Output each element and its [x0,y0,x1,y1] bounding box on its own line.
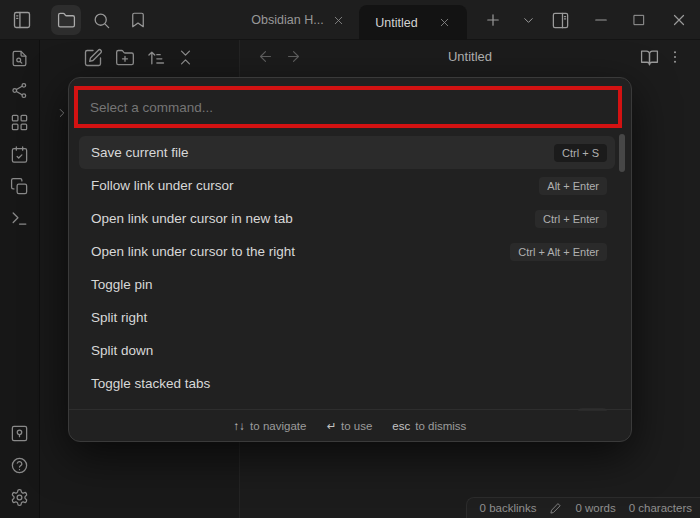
new-tab-icon[interactable] [484,11,502,29]
command-palette: Save current file Ctrl + S Follow link u… [68,77,632,442]
command-label: Toggle stacked tabs [91,376,210,391]
chevron-down-icon[interactable] [521,13,536,28]
command-item[interactable]: Toggle stacked tabs [69,367,631,400]
quick-switcher-icon[interactable] [10,49,29,68]
command-item[interactable]: Split down [69,334,631,367]
palette-hints: ↑↓ to navigate ↵ to use esc to dismiss [69,409,631,441]
files-tab-button[interactable] [51,5,81,35]
command-label: Split down [91,343,153,358]
word-count[interactable]: 0 words [575,502,615,514]
command-shortcut: Ctrl + Enter [535,210,607,228]
editor-header: Untitled [240,40,700,72]
maximize-button[interactable] [631,12,647,28]
canvas-icon[interactable] [10,113,29,132]
collapse-all-icon[interactable] [176,48,195,67]
daily-note-icon[interactable] [10,145,29,164]
sort-order-icon[interactable] [146,48,166,68]
command-shortcut: Ctrl + S [554,144,607,162]
command-label: Save current file [91,145,189,160]
tab-obsidian-help[interactable]: Obsidian H... [237,0,359,40]
titlebar: Obsidian H... Untitled [0,0,700,40]
vault-switcher-icon[interactable] [10,424,29,443]
tab-close-icon[interactable] [332,14,345,27]
toggle-left-sidebar-icon[interactable] [12,10,32,30]
minimize-button[interactable] [592,11,610,29]
command-label: Open link under cursor to the right [91,244,295,259]
note-title: Untitled [240,49,700,64]
toggle-right-sidebar-icon[interactable] [551,11,570,30]
command-item[interactable]: Toggle pin [69,268,631,301]
graph-view-icon[interactable] [10,81,29,100]
hint-dismiss: esc to dismiss [392,420,466,432]
command-label: Toggle pin [91,277,153,292]
command-shortcut: Ctrl + Alt + Enter [510,243,607,261]
help-icon[interactable] [10,456,29,475]
tab-label: Untitled [375,16,417,30]
new-note-icon[interactable] [83,48,103,68]
terminal-icon[interactable] [10,209,29,228]
edit-mode-pencil-icon[interactable] [549,502,562,515]
obsidian-window: Obsidian H... Untitled [0,0,700,518]
command-label: Split right [91,310,147,325]
hint-use: ↵ to use [326,419,372,433]
settings-gear-icon[interactable] [10,488,29,507]
command-label: Open link under cursor in new tab [91,211,293,226]
command-item[interactable]: Open link under cursor in new tab Ctrl +… [69,202,631,235]
more-options-icon[interactable] [667,49,683,65]
new-folder-icon[interactable] [115,48,135,68]
hint-navigate: ↑↓ to navigate [234,420,307,432]
command-item[interactable]: Open link under cursor to the right Ctrl… [69,235,631,268]
command-item[interactable]: Follow link under cursor Alt + Enter [69,169,631,202]
character-count[interactable]: 0 characters [629,502,692,514]
command-item[interactable]: Split right [69,301,631,334]
ribbon [0,40,40,518]
backlinks-count[interactable]: 0 backlinks [480,502,537,514]
command-list: Save current file Ctrl + S Follow link u… [69,136,631,411]
tab-untitled-active[interactable]: Untitled [359,5,467,40]
command-label: Follow link under cursor [91,178,234,193]
scrollbar-thumb[interactable] [619,134,625,172]
chevron-right-icon[interactable] [55,106,69,120]
tab-close-icon[interactable] [438,16,451,29]
tab-label: Obsidian H... [251,13,323,27]
status-bar: 0 backlinks 0 words 0 characters [466,497,700,518]
folder-icon [57,11,76,30]
annotation-red-box [74,86,622,128]
command-shortcut: Alt + Enter [539,177,607,195]
close-window-button[interactable] [670,11,688,29]
templates-icon[interactable] [10,177,29,196]
bookmark-icon[interactable] [129,11,147,29]
command-item[interactable]: Save current file Ctrl + S [79,136,615,169]
search-icon[interactable] [92,11,111,30]
command-search-input[interactable] [78,90,618,124]
reading-view-icon[interactable] [640,48,659,67]
